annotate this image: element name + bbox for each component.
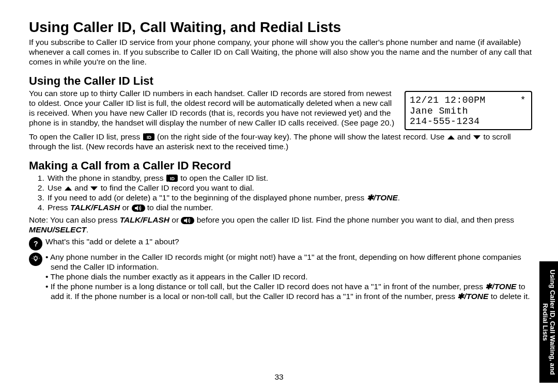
- up-arrow-icon: [64, 186, 72, 191]
- lcd-line1-left: 12/21 12:00PM: [410, 95, 486, 106]
- question-row: ? What's this "add or delete a 1" about?: [29, 237, 532, 250]
- speaker-button-icon: [181, 217, 194, 224]
- manual-page: Using Caller ID, Call Waiting, and Redia…: [0, 0, 558, 392]
- id-button-icon: ID: [143, 133, 155, 141]
- tone-key-label: ✱/TONE: [485, 282, 516, 291]
- lcd-line1-right: *: [520, 95, 526, 106]
- svg-line-21: [37, 256, 38, 257]
- svg-rect-10: [132, 205, 145, 212]
- lcd-line2: Jane Smith: [410, 106, 526, 117]
- svg-marker-3: [447, 135, 455, 139]
- svg-text:ID: ID: [147, 135, 152, 140]
- section-making-heading: Making a Call from a Caller ID Record: [29, 159, 532, 173]
- svg-point-15: [34, 257, 37, 260]
- intro-paragraph: If you subscribe to Caller ID service fr…: [29, 38, 532, 67]
- talk-flash-key-label: TALK/FLASH: [70, 203, 120, 212]
- lightbulb-icon: [29, 253, 42, 266]
- tone-key-label: ✱/TONE: [457, 292, 488, 301]
- tip-bullet-3: If the phone number is a long distance o…: [45, 282, 532, 302]
- page-title: Using Caller ID, Call Waiting, and Redia…: [29, 19, 532, 36]
- tip-row: Any phone number in the Caller ID record…: [29, 253, 532, 302]
- svg-text:ID: ID: [170, 176, 175, 181]
- down-arrow-icon: [473, 135, 481, 140]
- step-4: Press TALK/FLASH or to dial the number.: [47, 203, 532, 213]
- up-arrow-icon: [447, 135, 455, 140]
- talk-flash-key-label: TALK/FLASH: [120, 215, 169, 224]
- down-arrow-icon: [90, 186, 98, 191]
- step-2: Use and to find the Caller ID record you…: [47, 183, 532, 193]
- tip-bullets: Any phone number in the Caller ID record…: [45, 253, 532, 302]
- using-paragraph-2: To open the Caller ID list, press ID (on…: [29, 132, 532, 152]
- step-3: If you need to add (or delete) a "1" to …: [47, 193, 532, 203]
- id-button-icon: ID: [166, 174, 178, 182]
- lcd-display-example: 12/21 12:00PM * Jane Smith 214-555-1234: [405, 91, 532, 130]
- question-icon: ?: [29, 237, 42, 250]
- svg-rect-12: [181, 217, 194, 224]
- menu-select-key-label: MENU/SELECT: [29, 225, 86, 234]
- side-tab: Using Caller ID, Call Waiting, and Redia…: [539, 261, 558, 383]
- svg-marker-8: [65, 186, 72, 191]
- step-1: With the phone in standby, press ID to o…: [47, 174, 532, 183]
- tone-key-label: ✱/TONE: [367, 193, 398, 202]
- steps-list: With the phone in standby, press ID to o…: [38, 174, 532, 213]
- section-using-heading: Using the Caller ID List: [29, 74, 532, 88]
- speaker-button-icon: [132, 205, 145, 212]
- question-text: What's this "add or delete a 1" about?: [45, 237, 532, 247]
- note-row: Note: You can also press TALK/FLASH or b…: [29, 215, 532, 235]
- tip-bullet-2: The phone dials the number exactly as it…: [45, 272, 532, 282]
- svg-marker-9: [90, 186, 98, 191]
- tip-bullet-1: Any phone number in the Caller ID record…: [45, 253, 532, 272]
- svg-marker-4: [473, 135, 481, 139]
- lcd-line3: 214-555-1234: [410, 116, 526, 127]
- svg-text:?: ?: [34, 240, 38, 247]
- page-number: 33: [0, 372, 558, 382]
- svg-line-20: [34, 256, 34, 257]
- svg-rect-16: [35, 260, 37, 261]
